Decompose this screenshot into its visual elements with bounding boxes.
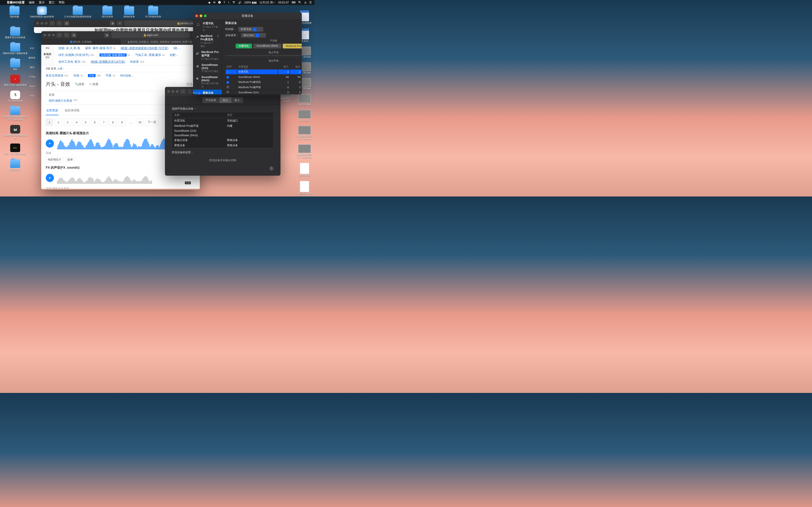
sidebar-button[interactable]: ▥ xyxy=(64,21,69,26)
filter-tab-by-dir[interactable]: 按目录浏览 xyxy=(64,106,80,115)
help-button[interactable]: ? xyxy=(269,166,274,171)
filter-tab-all[interactable]: 全部资源 xyxy=(46,106,58,115)
tab-output[interactable]: 输出 xyxy=(219,97,231,103)
desktop-icon[interactable]: 学习样板的替身 xyxy=(145,6,161,18)
desktop-icon[interactable]: C Play xyxy=(28,75,37,78)
desktop-icon[interactable]: Safari浏览器.app的替身 xyxy=(30,6,54,18)
output-device[interactable]: 多输出设备聚集设备 xyxy=(172,137,273,143)
device-soundflower-2ch[interactable]: ✿Soundflower (2ch)2个输入/2个输出 xyxy=(193,62,222,74)
cat-link[interactable]: 转场 xyxy=(73,74,79,77)
desktop-icon[interactable]: DCLDCL - The Game.app xyxy=(3,144,28,155)
url-bar[interactable]: 🔒 aigei.com xyxy=(111,32,190,38)
desktop-icon[interactable]: 微信 xyxy=(28,66,37,69)
keyboard-icon[interactable]: ⌨ xyxy=(292,1,295,4)
desktop-icon[interactable]: 重要常用文件的替身 xyxy=(3,27,28,39)
browser-tab[interactable]: ◐ 爱给网_音效配乐_3D模型_视频素材_游戏素材_免费下载 xyxy=(120,39,200,45)
desktop-icon[interactable]: 制 6 51.mov xyxy=(296,94,313,106)
desktop-icon[interactable]: 钉钉 xyxy=(28,47,37,50)
wechat-menu-icon[interactable]: ✉ xyxy=(213,1,215,4)
page[interactable]: 30 xyxy=(136,119,144,126)
device-speakers[interactable]: 🔊MacBook Pro扬声器0 个输入/2个输出 xyxy=(193,49,222,62)
cat-link[interactable]: (链接) 成套游戏音效(2500套,70万首) xyxy=(120,46,168,50)
desktop-icon[interactable]: 笔记本电脑便签.txt的替身 xyxy=(296,181,313,196)
shield-icon[interactable]: ◑ xyxy=(110,21,115,26)
close-button[interactable] xyxy=(195,14,198,17)
menu-view[interactable]: 显示 xyxy=(39,0,45,5)
desktop-icon[interactable]: 酷狗音 xyxy=(28,57,37,59)
cat-link[interactable]: 字幕 xyxy=(106,74,111,77)
search-link[interactable]: 🔍搜索 xyxy=(75,82,84,86)
minimize-button[interactable] xyxy=(200,14,202,17)
output-device[interactable]: Soundflower (64ch) xyxy=(172,133,273,137)
desktop-icon[interactable]: 屏幕录制 2020-11-…44.mov xyxy=(296,126,313,140)
subdev-pill[interactable]: Soundflower (64ch) xyxy=(253,44,281,48)
menu-help[interactable]: 帮助 xyxy=(59,0,64,5)
output-device[interactable]: MacBook Pro扬声器内建 xyxy=(172,123,273,128)
page[interactable]: 9 xyxy=(118,119,125,126)
text-menu-icon[interactable]: T xyxy=(223,1,225,4)
desktop-icon[interactable]: 项目的替身 xyxy=(102,6,113,18)
table-row[interactable]: Soundflower (2ch)22 xyxy=(226,90,302,94)
play-button[interactable] xyxy=(46,139,54,148)
table-row[interactable]: ✓Soundflower (64ch)6464✓ xyxy=(226,75,302,79)
battery-icon[interactable]: 100% ▮▮▮ xyxy=(244,1,257,4)
cat-link[interactable]: (链接) 影视配乐库(19万首) xyxy=(91,60,125,64)
menubar-app-name[interactable]: 音频MIDI设置 xyxy=(7,0,25,5)
add-device-button[interactable]: + xyxy=(195,91,197,94)
sidebar-button[interactable]: ▥ xyxy=(71,33,77,38)
desktop-icon[interactable]: ♪网易云音乐.app的替身 xyxy=(3,75,28,87)
sample-rate-select[interactable]: 48.0 kHz⌄ xyxy=(241,33,266,38)
forward-button[interactable]: › xyxy=(57,21,62,26)
desktop-icon[interactable]: 我制作的照片视频的替身 xyxy=(3,43,28,55)
device-mic[interactable]: 🎤MacBook Pro麦克风1个输入/0 个输出🎙 xyxy=(193,33,222,49)
desktop-icon[interactable]: 音乐的替身 xyxy=(3,159,28,171)
tag-pill[interactable]: 电影预告片 xyxy=(46,157,63,163)
page[interactable]: 1 xyxy=(46,119,53,126)
play-button[interactable] xyxy=(46,174,54,182)
menubar-date[interactable]: 11月2日 周一 xyxy=(259,1,275,5)
spotlight-icon[interactable]: 🔍 xyxy=(298,1,302,4)
table-row[interactable]: ✓外置耳机02 xyxy=(226,69,302,74)
siri-icon[interactable]: ◎ xyxy=(304,1,307,4)
cat-badge[interactable]: 片头 xyxy=(88,74,96,77)
cat-link[interactable]: 技能: 冰,火,风,电 xyxy=(58,46,80,50)
desktop-icon[interactable]: Hand xyxy=(28,85,37,88)
table-row[interactable]: ✓MacBook Pro麦克风10 xyxy=(226,80,302,84)
desktop-icon[interactable]: 屏幕录制 2020-11-…3.18.mov xyxy=(296,145,313,159)
desktop-icon[interactable]: () 外出拍摄我的素材的替身 xyxy=(64,6,91,18)
cat-link[interactable]: 破坏: 爆炸,碰撞,毁灭 xyxy=(85,46,112,50)
remove-device-button[interactable]: − xyxy=(199,91,201,94)
desktop-icon[interactable]: Final xyxy=(28,95,37,97)
back-button[interactable]: ‹ xyxy=(49,21,55,26)
reader-icon[interactable]: ≡ xyxy=(117,21,122,26)
desktop-icon[interactable]: 我的电脑 xyxy=(9,6,19,18)
page[interactable]: 8 xyxy=(109,119,116,126)
desktop-icon[interactable]: 空白文本.rtf xyxy=(296,163,313,177)
zoom-button[interactable] xyxy=(204,14,207,17)
page[interactable]: 2 xyxy=(55,119,62,126)
uplevel-link[interactable]: 上级↑ xyxy=(57,67,64,70)
cat-link[interactable]: 综艺,短视频 (抖音,快手) xyxy=(58,53,90,57)
subdev-pill[interactable]: MacBook Pro麦克风 xyxy=(283,44,302,48)
wifi-icon[interactable] xyxy=(232,1,236,5)
forward-button[interactable]: › xyxy=(188,89,193,94)
cat-badge[interactable]: 实用功能: 转场,预告片 xyxy=(99,53,126,57)
device-options-button[interactable]: ⚙︎▾ xyxy=(203,91,207,94)
record-icon[interactable]: ◉ xyxy=(208,1,210,4)
clock-source-select[interactable]: 外置耳机⌄ xyxy=(238,27,263,32)
device-soundflower-64ch[interactable]: ✿Soundflower (64ch)64个输入/64个输出 xyxy=(193,74,222,90)
menu-icon[interactable]: 🅐 xyxy=(218,1,221,4)
tab-effects[interactable]: 声音效果 xyxy=(202,97,219,103)
output-device[interactable]: Soundflower (2ch) xyxy=(172,128,273,133)
browser-tab[interactable]: 🔵 爱给网_百度搜索 xyxy=(41,39,120,45)
page[interactable]: 3 xyxy=(64,119,71,126)
desktop-icon[interactable]: 制 …mov xyxy=(296,110,313,122)
desktop-icon[interactable]: 我的Mac录屏视频素材文件产出处的替身 xyxy=(3,106,28,121)
page[interactable]: 7 xyxy=(100,119,107,126)
menubar-time[interactable]: 03:51:07 xyxy=(278,1,289,4)
desktop-icon[interactable]: 🎹音频MIDI设置.app的替身 xyxy=(3,125,28,139)
subdev-pill[interactable]: 外置耳机 xyxy=(236,44,252,48)
page[interactable]: 5 xyxy=(82,119,89,126)
fav-link[interactable]: ☆ 收藏 xyxy=(89,82,99,86)
cat-link[interactable]: 创作工具包: 配乐 xyxy=(58,60,81,63)
